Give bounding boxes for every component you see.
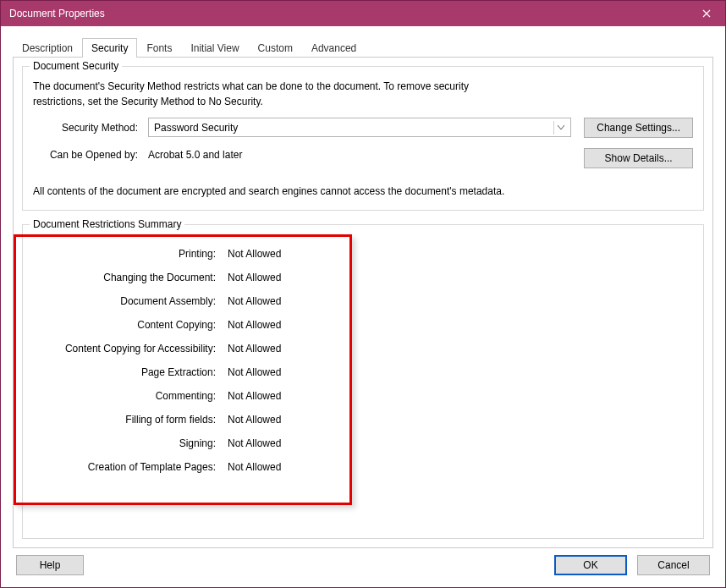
close-icon [702,9,711,18]
tab-custom[interactable]: Custom [249,38,302,58]
security-description: The document's Security Method restricts… [33,79,473,109]
tabs: Description Security Fonts Initial View … [13,36,713,57]
show-details-button[interactable]: Show Details... [584,148,693,168]
restriction-label: Signing: [33,437,221,449]
restriction-label: Printing: [33,248,221,260]
security-method-label: Security Method: [33,122,141,134]
restriction-row: Printing:Not Allowed [33,242,693,266]
restriction-value: Not Allowed [221,248,281,260]
restriction-value: Not Allowed [221,295,281,307]
restrictions-list: Printing:Not AllowedChanging the Documen… [33,242,693,479]
restriction-value: Not Allowed [221,461,281,473]
bottom-bar: Help OK Cancel [13,548,713,577]
group-restrictions: Document Restrictions Summary Printing:N… [22,224,704,539]
change-settings-button[interactable]: Change Settings... [584,118,693,138]
security-method-value: Password Security [154,122,238,134]
group-document-security-legend: Document Security [30,60,122,72]
restriction-label: Filling of form fields: [33,414,221,426]
restriction-value: Not Allowed [221,437,281,449]
restriction-row: Page Extraction:Not Allowed [33,360,693,384]
restriction-value: Not Allowed [221,414,281,426]
restriction-row: Document Assembly:Not Allowed [33,289,693,313]
restriction-row: Creation of Template Pages:Not Allowed [33,455,693,479]
tab-initial-view[interactable]: Initial View [181,38,248,58]
restriction-label: Document Assembly: [33,295,221,307]
titlebar: Document Properties [1,1,725,26]
security-method-select[interactable]: Password Security [148,118,571,137]
tab-security[interactable]: Security [82,38,137,58]
restriction-value: Not Allowed [221,366,281,378]
restriction-row: Commenting:Not Allowed [33,384,693,408]
opened-by-value: Acrobat 5.0 and later [148,149,242,161]
restriction-label: Page Extraction: [33,366,221,378]
restriction-label: Changing the Document: [33,272,221,283]
client-area: Description Security Fonts Initial View … [1,26,725,587]
dialog-window: Document Properties Description Security… [0,0,726,588]
restriction-value: Not Allowed [221,319,281,331]
restriction-label: Content Copying: [33,319,221,331]
window-title: Document Properties [9,8,105,19]
restriction-label: Commenting: [33,390,221,402]
help-button[interactable]: Help [16,555,84,575]
opened-by-label: Can be Opened by: [33,149,141,161]
restriction-row: Changing the Document:Not Allowed [33,266,693,289]
tab-fonts[interactable]: Fonts [137,38,181,58]
restriction-row: Content Copying:Not Allowed [33,313,693,337]
group-restrictions-legend: Document Restrictions Summary [30,218,184,230]
chevron-down-icon [553,121,567,135]
close-button[interactable] [687,1,725,26]
restriction-row: Filling of form fields:Not Allowed [33,408,693,431]
cancel-button[interactable]: Cancel [637,555,710,575]
encryption-note: All contents of the document are encrypt… [33,184,507,200]
restriction-row: Signing:Not Allowed [33,431,693,455]
group-document-security: Document Security The document's Securit… [22,66,704,211]
tab-description[interactable]: Description [13,38,82,58]
restriction-label: Content Copying for Accessibility: [33,343,221,354]
restriction-value: Not Allowed [221,343,281,354]
tab-panel-security: Document Security The document's Securit… [13,57,713,548]
tab-advanced[interactable]: Advanced [302,38,366,58]
ok-button[interactable]: OK [554,555,627,575]
restriction-value: Not Allowed [221,272,281,283]
restriction-value: Not Allowed [221,390,281,402]
restriction-row: Content Copying for Accessibility:Not Al… [33,337,693,360]
restriction-label: Creation of Template Pages: [33,461,221,473]
